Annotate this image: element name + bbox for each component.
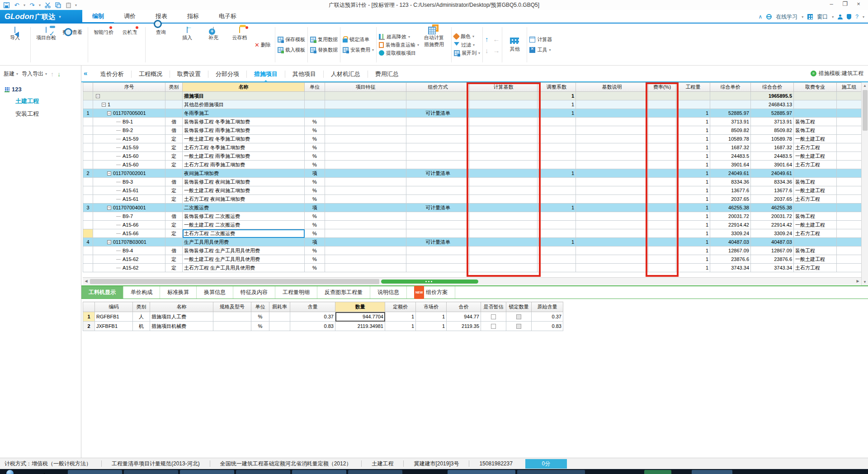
reuse-data-button[interactable]: 复用数据 — [310, 36, 338, 43]
cell-total[interactable]: 246843.13 — [751, 100, 794, 109]
cell-rowsel[interactable]: 4 — [83, 238, 93, 246]
cell-cat[interactable]: 定 — [165, 195, 183, 204]
cell-base[interactable] — [576, 143, 648, 152]
expand-to-button[interactable]: 展开到▾ — [454, 50, 480, 57]
cloud-archive-button[interactable]: 云存档 — [226, 24, 253, 65]
col-market[interactable]: 市场价 — [416, 302, 447, 312]
detail-tab-反查图形工程量[interactable]: 反查图形工程量 — [317, 286, 370, 299]
cell-cat[interactable]: 定 — [165, 143, 183, 152]
module-tab-费用汇总[interactable]: 费用汇总 — [368, 71, 406, 78]
start-button[interactable] — [6, 470, 14, 474]
cell-total[interactable]: 8509.82 — [751, 126, 794, 135]
cell-feature[interactable] — [325, 221, 406, 229]
cell-cat[interactable] — [165, 109, 183, 118]
cell-pricing[interactable] — [406, 118, 470, 126]
cell-price[interactable]: 13677.6 — [710, 186, 751, 195]
col-qty[interactable]: 工程量 — [676, 83, 710, 92]
cell-seq[interactable]: B9-4 — [93, 246, 165, 255]
cell-name[interactable]: 装饰装修工程 雨季施工增加费 — [183, 126, 305, 135]
cell-prof[interactable] — [794, 238, 837, 246]
cell-unit[interactable]: % — [305, 186, 325, 195]
cell-adj[interactable] — [538, 178, 576, 186]
cell-name[interactable]: 土石方工程 雨季施工增加费 — [183, 161, 305, 169]
cell-feature[interactable] — [325, 238, 406, 246]
cell-unit[interactable]: % — [305, 178, 325, 186]
cell-prof[interactable]: 土石方工程 — [794, 264, 837, 272]
taskbar-app-button[interactable] — [692, 470, 732, 474]
cell-rowsel[interactable]: 1 — [83, 109, 93, 118]
move-node-up-button[interactable]: ↑ — [51, 71, 54, 78]
cell-total[interactable]: 3901.64 — [751, 161, 794, 169]
cell-unit[interactable]: % — [305, 118, 325, 126]
cell-adj[interactable] — [538, 195, 576, 204]
cell-seq[interactable]: A15-62 — [93, 264, 165, 272]
cell-seq[interactable]: A15-66 — [93, 229, 165, 238]
col-prof[interactable]: 取费专业 — [794, 83, 837, 92]
cell-prof[interactable]: 装饰工程 — [794, 118, 837, 126]
estimate-checkbox[interactable] — [491, 324, 496, 329]
cell-market[interactable]: 1 — [416, 322, 447, 331]
ribbon-tab-指标[interactable]: 指标 — [177, 10, 209, 24]
help-caret-icon[interactable]: ▾ — [863, 15, 864, 19]
taskbar-app-button[interactable] — [180, 470, 234, 474]
other-button[interactable]: 其他 — [505, 38, 524, 52]
cell-prof[interactable]: 一般土建工程 — [794, 255, 837, 264]
cell-feature[interactable] — [325, 246, 406, 255]
cell-unit[interactable]: % — [305, 195, 325, 204]
lock-list-button[interactable]: 锁定清单 — [343, 36, 374, 43]
cell-adj[interactable] — [538, 186, 576, 195]
cell-prof[interactable] — [794, 100, 837, 109]
cell-code[interactable]: RGFBFB1 — [95, 312, 133, 322]
cell-base[interactable] — [576, 169, 648, 178]
cell-unit[interactable]: 项 — [305, 169, 325, 178]
cell-pricing[interactable] — [406, 126, 470, 135]
cell-prof[interactable] — [794, 92, 837, 100]
help-icon[interactable]: ? — [855, 14, 859, 20]
cell-price[interactable]: 3743.34 — [710, 264, 751, 272]
cell-seq[interactable]: −1 — [93, 100, 165, 109]
cell-unit[interactable]: % — [305, 152, 325, 161]
cell-total[interactable]: 3743.34 — [751, 264, 794, 272]
cell-name[interactable]: 装饰装修工程 二次搬运费 — [183, 212, 305, 221]
col-total[interactable]: 合价 — [447, 302, 481, 312]
cell-qty[interactable]: 1 — [676, 118, 710, 126]
cell-adj[interactable] — [538, 255, 576, 264]
cell-org[interactable] — [837, 92, 862, 100]
cell-rowsel[interactable] — [83, 186, 93, 195]
cell-no[interactable]: 2 — [83, 322, 95, 331]
cell-code[interactable]: JXFBFB1 — [95, 322, 133, 331]
cell-qty[interactable] — [676, 100, 710, 109]
cell-prof[interactable]: 土石方工程 — [794, 161, 837, 169]
cell-price[interactable] — [710, 92, 751, 100]
cell-name[interactable]: 土石方工程 冬季施工增加费 — [183, 143, 305, 152]
cell-total[interactable]: 10589.78 — [751, 135, 794, 143]
col-name[interactable]: 名称 — [183, 83, 305, 92]
cell-cat[interactable]: 定 — [165, 255, 183, 264]
cell-spec[interactable] — [213, 322, 251, 331]
table-row[interactable]: 2JXFBFB1机措施项目机械费%0.832119.34981112119.35… — [83, 322, 563, 331]
scroll-right-icon[interactable]: ▶ — [854, 278, 861, 285]
cell-seq[interactable]: A15-62 — [93, 255, 165, 264]
cell-pricing[interactable] — [406, 186, 470, 195]
col-adj[interactable]: 调整系数 — [538, 83, 576, 92]
cell-total[interactable]: 20031.72 — [751, 212, 794, 221]
cell-feature[interactable] — [325, 204, 406, 212]
cell-pricing[interactable]: 可计量清单 — [406, 204, 470, 212]
cell-content[interactable]: 0.37 — [290, 312, 335, 322]
col-unit[interactable]: 单位 — [251, 302, 269, 312]
cell-pricing[interactable] — [406, 161, 470, 169]
module-tab-分部分项[interactable]: 分部分项 — [208, 71, 247, 78]
cell-pricing[interactable]: 可计量清单 — [406, 169, 470, 178]
online-learning-label[interactable]: 在线学习 — [776, 13, 797, 21]
cell-rowsel[interactable]: 3 — [83, 204, 93, 212]
cell-price[interactable]: 8509.82 — [710, 126, 751, 135]
cell-base[interactable] — [576, 221, 648, 229]
cell-feature[interactable] — [325, 229, 406, 238]
cell-name[interactable]: 一般土建工程 二次搬运费 — [183, 221, 305, 229]
cell-total[interactable]: 23876.6 — [751, 255, 794, 264]
cell-pricing[interactable] — [406, 143, 470, 152]
cell-adj[interactable] — [538, 264, 576, 272]
detail-tab-工程量明细[interactable]: 工程量明细 — [275, 286, 317, 299]
cell-prof[interactable]: 一般土建工程 — [794, 135, 837, 143]
cell-seq[interactable]: B9-3 — [93, 178, 165, 186]
